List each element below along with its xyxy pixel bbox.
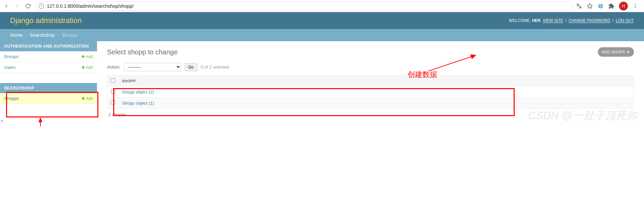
browser-right-icons: H <box>576 2 641 10</box>
sidebar-item-label[interactable]: Groups <box>4 54 19 59</box>
add-shopp-button[interactable]: ADD SHOPP + <box>598 47 634 57</box>
selection-count: 0 of 2 selected <box>201 64 229 70</box>
breadcrumb-current: Shopps <box>62 32 77 38</box>
view-site-link[interactable]: VIEW SITE <box>543 18 563 23</box>
select-all-header <box>107 76 119 86</box>
url-text: 127.0.0.1:8000/admin/searchshop/shopp/ <box>47 3 134 9</box>
select-all-checkbox[interactable] <box>111 78 115 83</box>
globe-icon[interactable] <box>598 3 604 9</box>
row-checkbox[interactable] <box>111 89 115 93</box>
sidebar-module-searchshop: SEARCHSHOP Shopps ✚Add <box>0 83 97 104</box>
plus-icon: + <box>627 49 630 55</box>
svg-point-2 <box>635 4 636 5</box>
action-label: Action: <box>107 64 121 70</box>
site-info-icon[interactable]: i <box>39 3 44 9</box>
translate-icon[interactable] <box>576 3 582 9</box>
profile-avatar[interactable]: H <box>619 2 628 10</box>
column-header-shopp[interactable]: SHOPP <box>119 76 634 86</box>
branding-title[interactable]: Django administration <box>10 16 82 25</box>
main-content: Select shopp to change ADD SHOPP + Actio… <box>97 41 644 127</box>
plus-icon: ✚ <box>82 65 85 70</box>
page-header: Select shopp to change ADD SHOPP + <box>107 47 634 57</box>
address-bar[interactable]: i 127.0.0.1:8000/admin/searchshop/shopp/ <box>35 1 573 11</box>
object-link[interactable]: Shopp object (1) <box>122 101 154 106</box>
browser-toolbar: i 127.0.0.1:8000/admin/searchshop/shopp/… <box>0 0 644 12</box>
sidebar-item-label[interactable]: Shopps <box>4 96 19 101</box>
forward-button[interactable] <box>13 2 21 10</box>
sidebar-item-groups[interactable]: Groups ✚Add <box>0 51 97 62</box>
plus-icon: ✚ <box>82 54 85 59</box>
sidebar-item-label[interactable]: Users <box>4 65 15 70</box>
svg-point-3 <box>635 5 636 6</box>
star-icon[interactable] <box>587 3 593 9</box>
table-row: Shopp object (1) <box>107 98 634 109</box>
back-button[interactable] <box>3 2 10 10</box>
breadcrumb: Home › Searchshop › Shopps <box>0 29 644 41</box>
object-link[interactable]: Shopp object (2) <box>122 89 154 95</box>
add-link-shopps[interactable]: ✚Add <box>82 96 93 101</box>
row-checkbox[interactable] <box>111 100 115 105</box>
plus-icon: ✚ <box>82 96 85 101</box>
extensions-icon[interactable] <box>608 3 614 9</box>
page-title: Select shopp to change <box>107 48 178 56</box>
username: HER <box>532 18 540 23</box>
user-tools: WELCOME, HER. VIEW SITE / CHANGE PASSWOR… <box>509 18 634 23</box>
breadcrumb-app[interactable]: Searchshop <box>30 32 55 38</box>
content-container: AUTHENTICATION AND AUTHORIZATION Groups … <box>0 41 644 127</box>
paginator: 2 shopps <box>107 109 634 121</box>
toggle-nav-sidebar[interactable]: « <box>1 118 3 123</box>
module-caption-auth: AUTHENTICATION AND AUTHORIZATION <box>0 41 97 51</box>
sidebar-module-auth: AUTHENTICATION AND AUTHORIZATION Groups … <box>0 41 97 73</box>
menu-icon[interactable] <box>633 3 639 9</box>
go-button[interactable]: Go <box>185 63 197 71</box>
svg-point-4 <box>635 7 636 8</box>
action-select[interactable]: --------- <box>124 63 181 71</box>
logout-link[interactable]: LOG OUT <box>616 18 634 23</box>
sidebar-item-users[interactable]: Users ✚Add <box>0 62 97 73</box>
results-table: SHOPP Shopp object (2) Shopp object (1) <box>107 75 634 109</box>
sidebar-item-shopps[interactable]: Shopps ✚Add <box>0 93 97 104</box>
add-link-groups[interactable]: ✚Add <box>82 54 93 59</box>
module-caption-searchshop: SEARCHSHOP <box>0 83 97 93</box>
change-password-link[interactable]: CHANGE PASSWORD <box>569 18 610 23</box>
svg-marker-0 <box>587 3 592 8</box>
reload-button[interactable] <box>24 2 32 10</box>
site-header: Django administration WELCOME, HER. VIEW… <box>0 12 644 29</box>
sidebar: AUTHENTICATION AND AUTHORIZATION Groups … <box>0 41 97 127</box>
table-row: Shopp object (2) <box>107 86 634 98</box>
add-link-users[interactable]: ✚Add <box>82 65 93 70</box>
actions-bar: Action: --------- Go 0 of 2 selected <box>107 63 634 71</box>
breadcrumb-home[interactable]: Home <box>10 32 23 38</box>
welcome-text: WELCOME, <box>509 18 531 23</box>
